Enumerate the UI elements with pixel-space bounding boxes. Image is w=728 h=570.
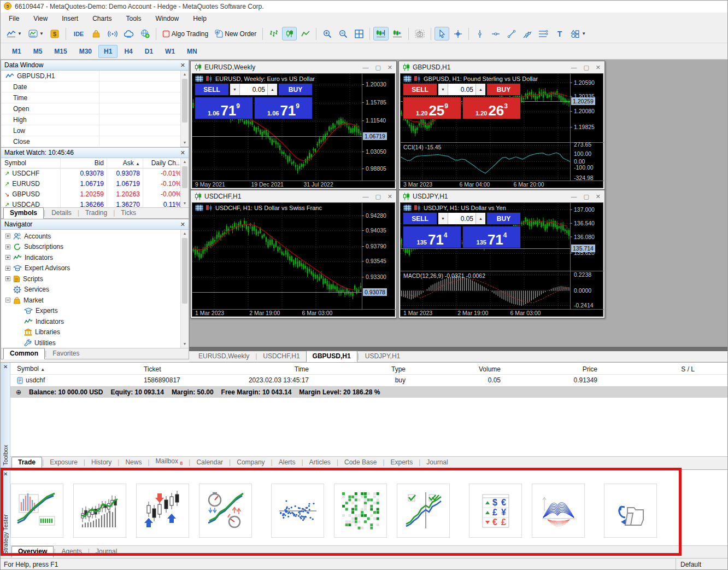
close-icon[interactable]: ✕: [596, 64, 601, 71]
volume-stepper[interactable]: ▼0.05▲: [230, 83, 278, 96]
volume-decrease-icon[interactable]: ▼: [438, 213, 448, 224]
volume-value[interactable]: 0.05: [240, 84, 267, 95]
toolbox-tab-experts[interactable]: Experts: [385, 457, 419, 468]
sell-button[interactable]: SELL: [195, 83, 229, 96]
navigator-header[interactable]: Navigator ✕: [1, 219, 189, 230]
market-watch-scrollbar[interactable]: ▲ ▼: [180, 158, 189, 207]
close-icon[interactable]: ✕: [596, 193, 601, 200]
scroll-up-icon[interactable]: ▲: [181, 230, 189, 237]
table-icon[interactable]: [403, 75, 412, 82]
maximize-icon[interactable]: ▢: [583, 64, 589, 71]
timeframe-m5[interactable]: M5: [28, 45, 48, 58]
market-watch-row-eurusd[interactable]: ↗EURUSD1.067191.06719-0.10%: [1, 179, 180, 189]
market-watch-row-gbpusd[interactable]: ↘GBPUSD1.202591.20263-0.00%: [1, 189, 180, 200]
maximize-icon[interactable]: ▢: [583, 193, 589, 200]
volume-increase-icon[interactable]: ▲: [267, 84, 277, 95]
navigator-item-scripts[interactable]: Scripts: [1, 274, 180, 284]
expand-icon[interactable]: [5, 245, 10, 249]
data-window-scrollbar[interactable]: ▲ ▼: [180, 71, 189, 147]
column-header-symbol[interactable]: Symbol ▲: [16, 363, 143, 376]
buy-price[interactable]: 1.06719: [254, 97, 313, 119]
open-report-tile[interactable]: [604, 484, 657, 538]
close-icon[interactable]: ✕: [388, 64, 392, 71]
navigator-item-indicators[interactable]: Indicators: [1, 252, 180, 263]
toolbox-tab-mailbox[interactable]: Mailbox 8: [150, 456, 189, 468]
shapes-button[interactable]: ▼: [568, 27, 589, 40]
navigator-scrollbar[interactable]: ▲ ▼: [180, 230, 189, 348]
chart-window-titlebar[interactable]: EURUSD,Weekly—▢✕: [191, 61, 396, 73]
navigator-item-utilities[interactable]: Utilities: [1, 338, 180, 348]
auto-scroll-button[interactable]: [390, 27, 405, 40]
chart-tab-gbpusd-h1[interactable]: GBPUSD,H1: [306, 351, 357, 362]
close-icon[interactable]: ✕: [180, 222, 185, 228]
column-header-price[interactable]: Price: [502, 363, 598, 375]
hline-button[interactable]: [488, 27, 503, 40]
chart-new-button[interactable]: ▼: [4, 27, 25, 40]
chart-tab-eurusd-weekly[interactable]: EURUSD,Weekly: [192, 351, 255, 362]
candle-rb-icon[interactable]: [206, 205, 213, 211]
menu-window[interactable]: Window: [149, 13, 186, 24]
column-header-ticket[interactable]: Ticket: [143, 363, 219, 375]
vline-button[interactable]: [472, 27, 487, 40]
chart-window-titlebar[interactable]: GBPUSD,H1—▢✕: [399, 61, 604, 73]
menu-view[interactable]: View: [26, 13, 55, 24]
signals-button[interactable]: [105, 27, 120, 40]
maximize-icon[interactable]: ▢: [375, 193, 380, 200]
tab-ticks[interactable]: Ticks: [115, 208, 142, 218]
candles-button[interactable]: [282, 27, 297, 40]
candle-rb-icon[interactable]: [414, 75, 421, 82]
line-chart-button[interactable]: [298, 27, 313, 40]
tab-symbols[interactable]: Symbols: [3, 207, 44, 219]
trendline-button[interactable]: [504, 27, 519, 40]
close-icon[interactable]: ✕: [3, 364, 8, 370]
toolbox-tab-calendar[interactable]: Calendar: [190, 457, 229, 468]
buy-price[interactable]: 1.20263: [462, 97, 521, 119]
chart-area-usdchf[interactable]: 0.942800.940350.937900.935450.933001 Mar…: [192, 202, 395, 317]
navigator-item-indicators[interactable]: Indicators: [1, 316, 180, 327]
volume-value[interactable]: 0.05: [448, 84, 475, 95]
algo-trading-button[interactable]: Algo Trading: [160, 27, 211, 40]
toolbox-tab-company[interactable]: Company: [231, 457, 271, 468]
scroll-down-icon[interactable]: ▼: [181, 200, 189, 207]
tester-tab-agents[interactable]: Agents: [56, 546, 88, 557]
speed-test-tile[interactable]: [199, 484, 252, 538]
table-icon[interactable]: [195, 205, 203, 211]
tab-common[interactable]: Common: [3, 348, 45, 359]
timeframe-m30[interactable]: M30: [74, 45, 97, 58]
forward-test-tile[interactable]: [397, 484, 450, 538]
optimization-scatter-tile[interactable]: [271, 484, 324, 538]
volume-decrease-icon[interactable]: ▼: [438, 84, 448, 95]
timeframe-m1[interactable]: M1: [7, 45, 27, 58]
toolbox-tab-exposure[interactable]: Exposure: [44, 457, 84, 468]
timeframe-h4[interactable]: H4: [119, 45, 138, 58]
volume-stepper[interactable]: ▼0.05▲: [438, 212, 486, 225]
timeframe-m15[interactable]: M15: [49, 45, 72, 58]
expand-icon[interactable]: [5, 266, 10, 271]
navigator-item-market[interactable]: Market: [1, 295, 180, 306]
menu-tools[interactable]: Tools: [119, 13, 149, 24]
scroll-up-icon[interactable]: ▲: [181, 158, 189, 166]
chart-area-eurusd[interactable]: 1.200301.157851.115401.030500.988059 May…: [192, 73, 395, 188]
expand-balance-icon[interactable]: ⊕: [16, 388, 21, 396]
new-order-button[interactable]: New Order: [212, 27, 259, 40]
sell-button[interactable]: SELL: [403, 83, 437, 96]
distribution-surface-tile[interactable]: [532, 484, 585, 538]
zoom-out-button[interactable]: [336, 27, 350, 40]
toolbox-tab-articles[interactable]: Articles: [303, 457, 337, 468]
timeframe-h1[interactable]: H1: [98, 45, 118, 58]
data-window-header[interactable]: Data Window ✕: [1, 60, 189, 71]
chart-tab-usdchf-h1[interactable]: USDCHF,H1: [257, 351, 306, 362]
sell-price[interactable]: 135714: [403, 226, 461, 248]
zoom-in-button[interactable]: [320, 27, 334, 40]
close-icon[interactable]: ✕: [180, 62, 185, 68]
menu-insert[interactable]: Insert: [55, 13, 85, 24]
chart-tab-usdjpy-h1[interactable]: USDJPY,H1: [359, 351, 406, 362]
column-header-volume[interactable]: Volume: [407, 363, 502, 375]
expand-icon[interactable]: [5, 234, 10, 239]
tab-trading[interactable]: Trading: [79, 208, 113, 218]
minimize-icon[interactable]: —: [362, 64, 368, 71]
tab-favorites[interactable]: Favorites: [46, 348, 85, 359]
currency-table-tile[interactable]: $€ £¥ €£: [469, 484, 522, 538]
timeframe-d1[interactable]: D1: [139, 45, 158, 58]
toolbox-tab-history[interactable]: History: [85, 457, 118, 468]
